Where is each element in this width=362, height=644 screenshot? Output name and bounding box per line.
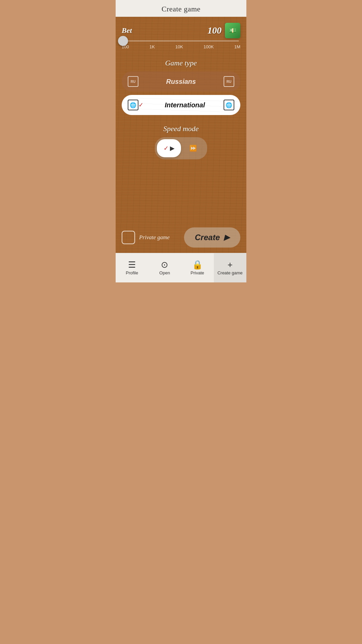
main-content: Bet 100 💵 100 1K 10K 100K 1M Game type R… (116, 17, 246, 253)
international-icon-left: 🌐 (128, 100, 138, 110)
speed-normal[interactable]: ✓ ▶ (157, 139, 181, 157)
private-game-label: Private game (139, 234, 170, 241)
speed-toggle: ✓ ▶ ⏩ (155, 137, 207, 159)
international-checkmark: ✓ (138, 101, 143, 109)
slider-mark-4: 1M (234, 44, 240, 49)
private-game-checkbox[interactable] (122, 231, 135, 244)
bet-label: Bet (122, 26, 132, 35)
private-icon: 🔒 (192, 260, 203, 269)
open-label: Open (159, 270, 170, 275)
create-label: Create (195, 233, 220, 242)
speed-normal-check: ✓ (164, 145, 169, 152)
create-game-icon: + (228, 260, 233, 269)
game-type-russians[interactable]: RU Russians RU (122, 71, 240, 92)
bet-slider-container[interactable]: 100 1K 10K 100K 1M (122, 40, 240, 49)
page-title: Create game (162, 5, 200, 13)
slider-track[interactable] (123, 40, 239, 42)
profile-icon: ☰ (128, 260, 136, 269)
game-type-title: Game type (122, 59, 240, 67)
speed-fast-icon: ⏩ (189, 145, 197, 152)
open-icon: ⊙ (161, 260, 168, 269)
bet-amount: 100 (207, 25, 222, 36)
bet-row: Bet 100 💵 (122, 23, 240, 38)
international-label: International (146, 101, 224, 109)
create-button[interactable]: Create ▶ (184, 227, 240, 248)
game-type-international[interactable]: 🌐 ✓ International 🌐 (122, 95, 240, 115)
russians-icon: RU (128, 76, 138, 87)
speed-mode-title: Speed mode (122, 124, 240, 133)
wood-grain-overlay (116, 17, 246, 253)
money-icon: 💵 (225, 23, 240, 38)
nav-create-game[interactable]: + Create game (214, 253, 247, 282)
profile-label: Profile (126, 270, 138, 275)
page-header: Create game (116, 0, 246, 17)
bottom-action-bar: Private game Create ▶ (116, 222, 246, 253)
slider-thumb[interactable] (118, 36, 128, 46)
slider-mark-1: 1K (149, 44, 155, 49)
international-icon-right: 🌐 (224, 100, 234, 110)
nav-profile[interactable]: ☰ Profile (116, 253, 148, 282)
bet-value-row: 100 💵 (207, 23, 240, 38)
speed-normal-icon: ▶ (170, 145, 175, 152)
speed-fast[interactable]: ⏩ (181, 139, 205, 157)
speed-mode-container: ✓ ▶ ⏩ (122, 137, 240, 159)
slider-mark-2: 10K (175, 44, 183, 49)
private-label: Private (191, 270, 204, 275)
create-game-label: Create game (218, 270, 243, 275)
create-play-icon: ▶ (224, 233, 230, 242)
slider-mark-3: 100K (203, 44, 214, 49)
slider-labels: 100 1K 10K 100K 1M (122, 44, 240, 49)
nav-open[interactable]: ⊙ Open (148, 253, 181, 282)
private-game-row: Private game (122, 231, 170, 244)
nav-private[interactable]: 🔒 Private (181, 253, 214, 282)
russians-label: Russians (138, 78, 224, 86)
russians-icon-right: RU (224, 76, 234, 87)
bottom-nav: ☰ Profile ⊙ Open 🔒 Private + Create game (116, 253, 246, 282)
